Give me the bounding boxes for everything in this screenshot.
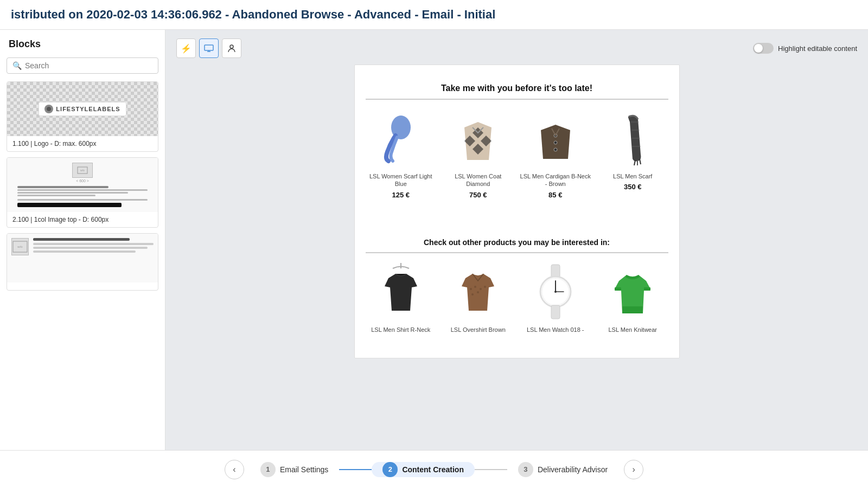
email-preview: Take me with you before it's too late! <box>354 65 680 358</box>
highlight-toggle[interactable] <box>753 43 774 54</box>
checkerboard-bg: LIFESTYLELABELS <box>7 82 158 136</box>
product-item: LSL Men Watch 018 - <box>520 262 591 336</box>
content-area: ⚡ Highlight editable content Take me wit… <box>165 30 868 450</box>
svg-point-23 <box>480 288 482 290</box>
search-input[interactable] <box>25 61 152 70</box>
svg-point-11 <box>554 141 557 144</box>
email-section-2: Check out other products you may be inte… <box>355 221 679 358</box>
step-num-2: 2 <box>382 462 398 477</box>
step-connector-2 <box>475 469 507 470</box>
svg-point-26 <box>477 291 479 293</box>
svg-point-12 <box>554 148 557 151</box>
wizard-next-button[interactable]: › <box>624 460 643 479</box>
person-button[interactable] <box>222 38 241 58</box>
step-connector-1 <box>339 469 372 470</box>
wizard-bar: ‹ 1 Email Settings 2 Content Creation 3 … <box>0 450 868 488</box>
product-item: LSL Men Knitwear <box>597 262 668 336</box>
svg-point-0 <box>47 107 51 111</box>
logo-dot-icon <box>44 105 53 113</box>
main-layout: Blocks 🔍 LIFESTYLELABELS 1.100 | Logo - … <box>0 30 868 450</box>
product-item: LSL Women Coat Diamond 750 € <box>443 108 514 199</box>
sidebar: Blocks 🔍 LIFESTYLELABELS 1.100 | Logo - … <box>0 30 165 450</box>
product-image-shirt-black <box>371 262 431 322</box>
svg-rect-5 <box>205 45 213 50</box>
block-preview-content: w/o <box>7 158 158 212</box>
product-price-3: 85 € <box>548 191 562 199</box>
email-section-1: Take me with you before it's too late! <box>355 65 679 221</box>
product-price-4: 350 € <box>624 183 642 191</box>
block-label-1: 1.100 | Logo - D: max. 600px <box>7 136 158 151</box>
block-preview-logo: LIFESTYLELABELS <box>7 82 158 136</box>
svg-point-8 <box>230 45 233 48</box>
step-label-1: Email Settings <box>280 465 328 474</box>
step-num-1: 1 <box>260 462 276 477</box>
block-card-content[interactable]: w/o 2.100 | 1col Image top - D: 600px <box>7 157 158 228</box>
svg-point-24 <box>484 286 486 288</box>
search-box[interactable]: 🔍 <box>7 57 158 74</box>
product-name-7: LSL Men Watch 018 - <box>527 326 584 333</box>
product-name-6: LSL Overshirt Brown <box>451 326 506 333</box>
highlight-label: Highlight editable content <box>778 44 857 53</box>
block-label-3 <box>7 282 158 290</box>
svg-point-22 <box>474 286 476 288</box>
product-item: LSL Women Scarf Light Blue 125 € <box>366 108 437 199</box>
block-card-text-image[interactable]: w/o <box>7 233 158 291</box>
step-num-3: 3 <box>518 462 533 477</box>
toolbar-right: Highlight editable content <box>753 43 857 54</box>
product-price-2: 750 € <box>469 191 487 199</box>
product-name-1: LSL Women Scarf Light Blue <box>366 172 437 188</box>
svg-point-25 <box>471 293 474 296</box>
flash-button[interactable]: ⚡ <box>176 38 196 58</box>
svg-rect-34 <box>615 287 621 291</box>
product-name-3: LSL Men Cardigan B-Neck - Brown <box>520 172 591 188</box>
product-name-8: LSL Men Knitwear <box>609 326 657 333</box>
search-icon: 🔍 <box>12 61 22 70</box>
products-grid-1: LSL Women Scarf Light Blue 125 € <box>366 108 668 199</box>
product-price-1: 125 € <box>392 191 410 199</box>
svg-point-21 <box>470 288 472 290</box>
product-name-2: LSL Women Coat Diamond <box>443 172 514 188</box>
product-item: LSL Men Scarf 350 € <box>597 108 668 199</box>
svg-point-32 <box>554 291 557 293</box>
svg-text:w/o: w/o <box>80 169 85 172</box>
svg-rect-33 <box>551 305 560 319</box>
email-headline-2: Check out other products you may be inte… <box>366 232 668 253</box>
tb-image-placeholder: w/o <box>11 238 29 255</box>
logo-text: LIFESTYLELABELS <box>56 106 120 112</box>
step-label-3: Deliverability Advisor <box>538 465 608 474</box>
block-preview-text-image: w/o <box>7 234 158 282</box>
logo-badge: LIFESTYLELABELS <box>39 102 126 116</box>
wizard-step-3[interactable]: 3 Deliverability Advisor <box>507 462 618 477</box>
product-image-scarf-blue <box>371 108 431 168</box>
desktop-button[interactable] <box>199 38 219 58</box>
sidebar-title: Blocks <box>7 38 158 50</box>
product-name-4: LSL Men Scarf <box>613 172 652 180</box>
product-item: LSL Men Cardigan B-Neck - Brown 85 € <box>520 108 591 199</box>
product-name-5: LSL Men Shirt R-Neck <box>371 326 430 333</box>
block-card-logo[interactable]: LIFESTYLELABELS 1.100 | Logo - D: max. 6… <box>7 81 158 152</box>
toggle-knob <box>754 44 763 53</box>
product-item: LSL Overshirt Brown <box>443 262 514 336</box>
email-headline-1: Take me with you before it's too late! <box>366 76 668 100</box>
content-lines <box>17 186 147 207</box>
tb-text-lines <box>33 238 154 254</box>
wizard-prev-button[interactable]: ‹ <box>225 460 244 479</box>
product-image-coat-diamond <box>448 108 508 168</box>
step-label-2: Content Creation <box>402 465 464 474</box>
product-image-watch <box>526 262 585 322</box>
content-image-icon: w/o <box>72 163 93 178</box>
block-label-2: 2.100 | 1col Image top - D: 600px <box>7 212 158 227</box>
svg-text:w/o: w/o <box>17 245 23 248</box>
product-image-overshirt-brown <box>448 262 508 322</box>
wizard-step-1[interactable]: 1 Email Settings <box>250 462 339 477</box>
third-block-inner: w/o <box>7 234 158 282</box>
product-image-cardigan-brown <box>526 108 585 168</box>
header-bar: istributed on 2020-02-03 14:36:06.962 - … <box>0 0 868 30</box>
toolbar: ⚡ Highlight editable content <box>176 38 857 58</box>
wizard-step-2[interactable]: 2 Content Creation <box>372 462 475 477</box>
products-grid-2: LSL Men Shirt R-Neck <box>366 262 668 336</box>
toolbar-left: ⚡ <box>176 38 241 58</box>
svg-line-15 <box>640 159 641 164</box>
product-image-knitwear-green <box>603 262 662 322</box>
page-title: istributed on 2020-02-03 14:36:06.962 - … <box>11 8 495 22</box>
